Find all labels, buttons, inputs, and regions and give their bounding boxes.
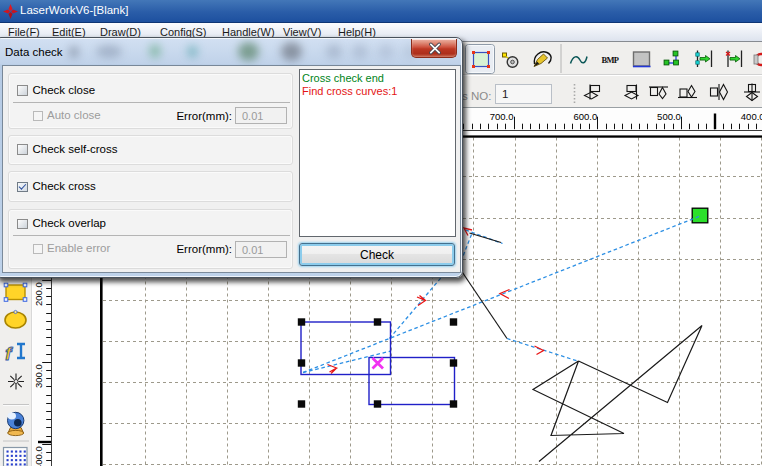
svg-text:700.0: 700.0 (490, 111, 514, 122)
svg-text:BMP: BMP (602, 55, 620, 65)
svg-text:500.0: 500.0 (657, 111, 681, 122)
svg-text:s NO:: s NO: (462, 90, 491, 102)
svg-text:400.0: 400.0 (33, 446, 44, 466)
svg-text:400.0: 400.0 (741, 111, 762, 122)
svg-text:f: f (5, 343, 13, 364)
svg-text:1: 1 (502, 88, 508, 100)
svg-text:300.0: 300.0 (33, 364, 44, 388)
svg-text:600.0: 600.0 (573, 111, 597, 122)
svg-text:200.0: 200.0 (33, 282, 44, 306)
